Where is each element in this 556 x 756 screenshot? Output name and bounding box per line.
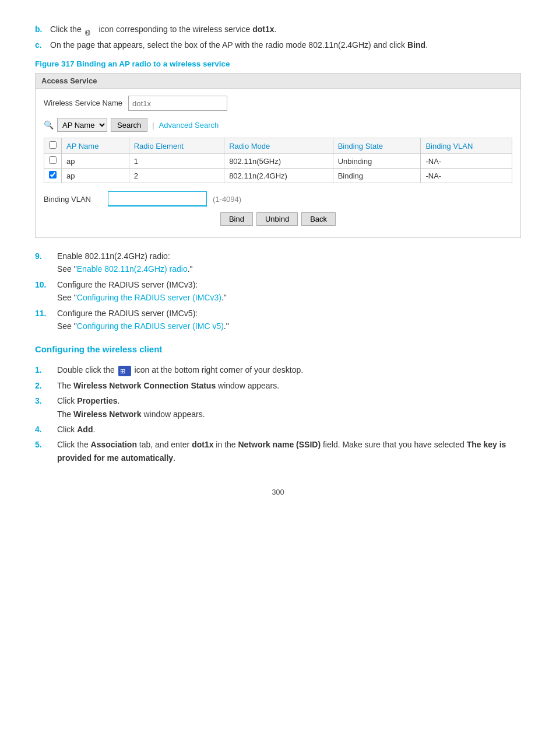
- client-step-4: 4. Click Add.: [35, 423, 521, 436]
- ap-table-header: AP Name Radio Element Radio Mode Binding…: [44, 138, 512, 154]
- step-b-content: Click the icon corresponding to the wire…: [50, 23, 277, 36]
- row2-radio-element: 2: [129, 169, 224, 183]
- step-9-label: 9.: [35, 250, 52, 276]
- step-11-label: 11.: [35, 307, 52, 333]
- step-c: c. On the page that appears, select the …: [35, 39, 521, 51]
- row1-radio-mode: 802.11n(5GHz): [224, 154, 333, 169]
- enable-radio-link[interactable]: Enable 802.11n(2.4GHz) radio: [77, 264, 188, 274]
- client-steps: 1. Double click the icon at the bottom r…: [35, 363, 521, 464]
- col-radio-element: Radio Element: [129, 138, 224, 154]
- ssid-field-bold: Network name (SSID): [238, 440, 321, 449]
- ap-table-header-row: AP Name Radio Element Radio Mode Binding…: [44, 138, 512, 154]
- separator: |: [152, 121, 154, 130]
- client-step-4-content: Click Add.: [57, 423, 521, 436]
- section-heading: Configuring the wireless client: [35, 344, 521, 354]
- client-step-5-label: 5.: [35, 438, 52, 464]
- dot1x-bold: dot1x: [252, 24, 274, 34]
- client-step-1: 1. Double click the icon at the bottom r…: [35, 363, 521, 376]
- client-step-1-content: Double click the icon at the bottom righ…: [57, 363, 521, 376]
- col-ap-name: AP Name: [62, 138, 129, 154]
- unbind-button[interactable]: Unbind: [256, 212, 298, 226]
- row1-binding-vlan: -NA-: [421, 154, 512, 169]
- client-step-3-content: Click Properties. The Wireless Network w…: [57, 394, 521, 421]
- wireless-network-bold: Wireless Network: [73, 410, 142, 419]
- alpha-steps: b. Click the icon corresponding to the w…: [35, 23, 521, 51]
- vlan-hint: (1-4094): [213, 195, 241, 204]
- client-step-3-label: 3.: [35, 394, 52, 421]
- step-c-label: c.: [35, 39, 45, 51]
- back-button[interactable]: Back: [301, 212, 336, 226]
- client-step-5-content: Click the Association tab, and enter dot…: [57, 438, 521, 464]
- vlan-input[interactable]: [108, 191, 207, 206]
- table-row: ap 2 802.11n(2.4GHz) Binding -NA-: [44, 169, 512, 183]
- row2-binding-vlan: -NA-: [421, 169, 512, 183]
- network-icon: [118, 366, 131, 376]
- access-service-panel: Access Service Wireless Service Name 🔍 A…: [35, 73, 521, 238]
- ap-table-body: ap 1 802.11n(5GHz) Unbinding -NA- ap 2 8…: [44, 154, 512, 183]
- wireless-status-bold: Wireless Network Connection Status: [73, 381, 216, 390]
- search-field-select[interactable]: AP Name: [57, 118, 107, 132]
- association-bold: Association: [91, 440, 137, 449]
- row1-checkbox-cell: [44, 154, 62, 169]
- add-bold: Add: [77, 425, 93, 434]
- step-10: 10. Configure the RADIUS server (IMCv3):…: [35, 278, 521, 304]
- step-b: b. Click the icon corresponding to the w…: [35, 23, 521, 36]
- row2-radio-mode: 802.11n(2.4GHz): [224, 169, 333, 183]
- step-b-label: b.: [35, 23, 45, 36]
- client-step-2-content: The Wireless Network Connection Status w…: [57, 379, 521, 392]
- step-11-content: Configure the RADIUS server (IMCv5): See…: [57, 307, 521, 333]
- client-step-2-label: 2.: [35, 379, 52, 392]
- step-10-label: 10.: [35, 278, 52, 304]
- col-binding-state: Binding State: [333, 138, 421, 154]
- client-step-4-label: 4.: [35, 423, 52, 436]
- bind-button[interactable]: Bind: [220, 212, 253, 226]
- advanced-search-link[interactable]: Advanced Search: [159, 121, 219, 130]
- step-9-see: See "Enable 802.11n(2.4GHz) radio.": [57, 264, 193, 274]
- select-all-checkbox[interactable]: [49, 141, 57, 149]
- ap-table: AP Name Radio Element Radio Mode Binding…: [44, 138, 512, 183]
- imcv5-link[interactable]: Configuring the RADIUS server (IMC v5): [77, 321, 224, 331]
- row1-ap-name: ap: [62, 154, 129, 169]
- row2-ap-name: ap: [62, 169, 129, 183]
- col-binding-vlan: Binding VLAN: [421, 138, 512, 154]
- wireless-service-row: Wireless Service Name: [44, 96, 512, 111]
- wireless-service-input[interactable]: [128, 96, 227, 111]
- table-row: ap 1 802.11n(5GHz) Unbinding -NA-: [44, 154, 512, 169]
- client-step-5: 5. Click the Association tab, and enter …: [35, 438, 521, 464]
- step-11: 11. Configure the RADIUS server (IMCv5):…: [35, 307, 521, 333]
- bind-bold: Bind: [407, 40, 425, 50]
- step-10-see: See "Configuring the RADIUS server (IMCv…: [57, 293, 227, 302]
- row1-checkbox[interactable]: [49, 156, 57, 164]
- step-10-content: Configure the RADIUS server (IMCv3): See…: [57, 278, 521, 304]
- dot1x-ssid-bold: dot1x: [192, 440, 213, 449]
- step-9: 9. Enable 802.11n(2.4GHz) radio: See "En…: [35, 250, 521, 276]
- row1-radio-element: 1: [129, 154, 224, 169]
- row2-checkbox[interactable]: [49, 171, 57, 178]
- wireless-service-label: Wireless Service Name: [44, 98, 122, 108]
- search-button[interactable]: Search: [111, 118, 147, 132]
- step-9-content: Enable 802.11n(2.4GHz) radio: See "Enabl…: [57, 250, 521, 276]
- properties-bold: Properties: [77, 396, 117, 405]
- step-11-see: See "Configuring the RADIUS server (IMC …: [57, 321, 229, 331]
- numbered-steps: 9. Enable 802.11n(2.4GHz) radio: See "En…: [35, 250, 521, 332]
- binding-vlan-row: Binding VLAN (1-4094): [44, 191, 512, 206]
- search-row: 🔍 AP Name Search | Advanced Search: [44, 118, 512, 132]
- panel-body: Wireless Service Name 🔍 AP Name Search |…: [36, 89, 520, 237]
- row2-checkbox-cell: [44, 169, 62, 183]
- wireless-icon: [85, 26, 96, 34]
- col-radio-mode: Radio Mode: [224, 138, 333, 154]
- row1-binding-state: Unbinding: [333, 154, 421, 169]
- imcv3-link[interactable]: Configuring the RADIUS server (IMCv3): [77, 293, 221, 302]
- search-magnifier-icon: 🔍: [44, 120, 54, 130]
- col-checkbox: [44, 138, 62, 154]
- row2-binding-state: Binding: [333, 169, 421, 183]
- action-buttons: Bind Unbind Back: [44, 212, 512, 226]
- client-step-2: 2. The Wireless Network Connection Statu…: [35, 379, 521, 392]
- client-step-3: 3. Click Properties. The Wireless Networ…: [35, 394, 521, 421]
- panel-header: Access Service: [36, 74, 520, 89]
- figure-caption: Figure 317 Binding an AP radio to a wire…: [35, 60, 521, 68]
- vlan-label: Binding VLAN: [44, 195, 102, 204]
- page-number: 300: [35, 488, 521, 496]
- client-step-1-label: 1.: [35, 363, 52, 376]
- step-c-content: On the page that appears, select the box…: [50, 39, 428, 51]
